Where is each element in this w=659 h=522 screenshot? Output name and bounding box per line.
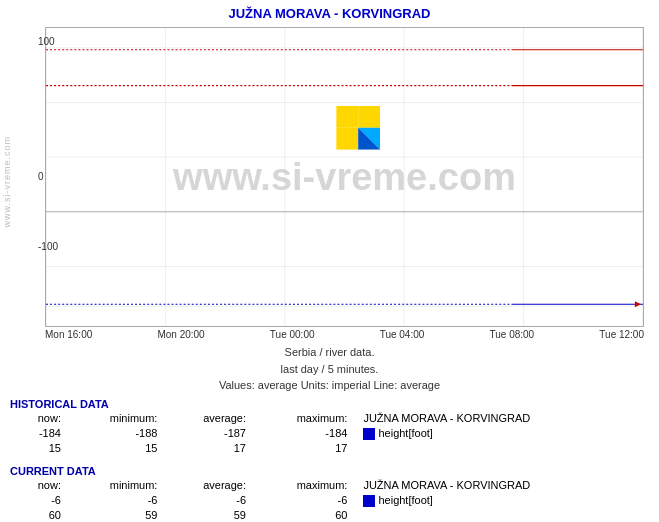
- x-label-2: Tue 00:00: [270, 329, 315, 340]
- h-header-station: JUŽNA MORAVA - KORVINGRAD: [353, 411, 649, 426]
- svg-rect-21: [358, 106, 380, 128]
- svg-rect-22: [336, 128, 358, 150]
- current-title: CURRENT DATA: [10, 465, 649, 477]
- h-header-max: maximum:: [252, 411, 353, 426]
- y-label-0: 0: [38, 171, 44, 182]
- info-line3: Values: average Units: imperial Line: av…: [0, 377, 659, 394]
- h-max: -184: [252, 426, 353, 441]
- x-label-3: Tue 04:00: [380, 329, 425, 340]
- historical-table: now: minimum: average: maximum: JUŽNA MO…: [10, 411, 649, 457]
- h-header-avg: average:: [163, 411, 252, 426]
- c-min: -6: [67, 493, 163, 508]
- c-header-avg: average:: [163, 478, 252, 493]
- logo-icon: [336, 106, 380, 150]
- c-header-now: now:: [10, 478, 67, 493]
- h-unit-row: height[foot]: [353, 426, 649, 441]
- current-section: CURRENT DATA now: minimum: average: maxi…: [0, 461, 659, 522]
- h-avg: -187: [163, 426, 252, 441]
- c-max: -6: [252, 493, 353, 508]
- h-max2: 17: [252, 441, 353, 456]
- h-avg2: 17: [163, 441, 252, 456]
- side-watermark: www.si-vreme.com: [2, 136, 12, 228]
- c-avg: -6: [163, 493, 252, 508]
- current-table: now: minimum: average: maximum: JUŽNA MO…: [10, 478, 649, 522]
- h-min: -188: [67, 426, 163, 441]
- c-min2: 59: [67, 508, 163, 522]
- c-header-station: JUŽNA MORAVA - KORVINGRAD: [353, 478, 649, 493]
- c-header-max: maximum:: [252, 478, 353, 493]
- historical-row1: -184 -188 -187 -184 height[foot]: [10, 426, 649, 441]
- chart-svg: [46, 28, 643, 326]
- h-color-box: [363, 428, 375, 440]
- h-min2: 15: [67, 441, 163, 456]
- info-line1: Serbia / river data.: [0, 344, 659, 361]
- y-label-neg100: -100: [38, 241, 58, 252]
- c-unit: height[foot]: [378, 494, 432, 506]
- c-header-min: minimum:: [67, 478, 163, 493]
- current-row2: 60 59 59 60: [10, 508, 649, 522]
- h-header-min: minimum:: [67, 411, 163, 426]
- c-now: -6: [10, 493, 67, 508]
- info-line2: last day / 5 minutes.: [0, 361, 659, 378]
- chart-title: JUŽNA MORAVA - KORVINGRAD: [0, 0, 659, 23]
- h-unit: height[foot]: [378, 427, 432, 439]
- x-label-1: Mon 20:00: [157, 329, 204, 340]
- c-color-box: [363, 495, 375, 507]
- x-label-5: Tue 12:00: [599, 329, 644, 340]
- page: JUŽNA MORAVA - KORVINGRAD www.si-vreme.c…: [0, 0, 659, 522]
- current-header-row: now: minimum: average: maximum: JUŽNA MO…: [10, 478, 649, 493]
- historical-header-row: now: minimum: average: maximum: JUŽNA MO…: [10, 411, 649, 426]
- svg-rect-20: [336, 106, 358, 128]
- chart-wrapper: www.si-vreme.com 100 0 -100: [0, 23, 659, 340]
- historical-row2: 15 15 17 17: [10, 441, 649, 456]
- h-now: -184: [10, 426, 67, 441]
- current-row1: -6 -6 -6 -6 height[foot]: [10, 493, 649, 508]
- info-text: Serbia / river data. last day / 5 minute…: [0, 344, 659, 394]
- c-now2: 60: [10, 508, 67, 522]
- historical-section: HISTORICAL DATA now: minimum: average: m…: [0, 394, 659, 461]
- x-label-0: Mon 16:00: [45, 329, 92, 340]
- x-axis-labels: Mon 16:00 Mon 20:00 Tue 00:00 Tue 04:00 …: [45, 329, 644, 340]
- c-max2: 60: [252, 508, 353, 522]
- chart-area: 100 0 -100: [45, 27, 644, 327]
- h-now2: 15: [10, 441, 67, 456]
- y-label-100: 100: [38, 36, 55, 47]
- x-label-4: Tue 08:00: [490, 329, 535, 340]
- c-empty2: [353, 508, 649, 522]
- c-unit-row: height[foot]: [353, 493, 649, 508]
- h-empty2: [353, 441, 649, 456]
- c-avg2: 59: [163, 508, 252, 522]
- h-header-now: now:: [10, 411, 67, 426]
- historical-title: HISTORICAL DATA: [10, 398, 649, 410]
